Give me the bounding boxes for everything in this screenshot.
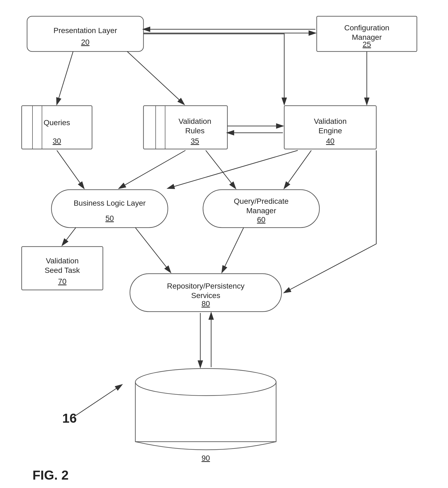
queries-node: Queries 30 — [22, 106, 92, 149]
arrow-queries-to-bll — [57, 150, 84, 188]
repo-services-label: Repository/Persistency — [167, 282, 244, 290]
arrow-bll-to-repos — [135, 228, 171, 272]
validation-rules-ref: 35 — [191, 137, 199, 145]
validation-rules-label2: Rules — [185, 127, 205, 135]
presentation-layer-ref: 20 — [81, 38, 89, 46]
repository-persistency-services-node: Repository/Persistency Services 80 — [130, 274, 282, 312]
configuration-manager-node: Configuration Manager 25 — [317, 16, 417, 51]
query-predicate-manager-node: Query/Predicate Manager 60 — [203, 190, 319, 228]
business-logic-layer-label: Business Logic Layer — [74, 199, 146, 207]
arrow-valengine-to-bll — [168, 150, 298, 188]
repo-services-label2: Services — [191, 291, 220, 300]
figure-number: 16 — [62, 411, 77, 425]
validation-rules-label: Validation — [179, 117, 211, 125]
presentation-layer-node: Presentation Layer 20 — [27, 16, 143, 51]
arrow-valengine-to-qpm — [284, 150, 311, 188]
repo-services-ref: 80 — [201, 299, 210, 308]
arrow-presentation-to-queries — [57, 51, 73, 104]
queries-label: Queries — [44, 118, 70, 127]
query-predicate-manager-ref: 60 — [257, 215, 265, 224]
validation-engine-ref: 40 — [326, 137, 334, 145]
queries-ref: 30 — [53, 137, 61, 145]
business-logic-layer-ref: 50 — [105, 214, 114, 222]
validation-seed-task-node: Validation Seed Task 70 — [22, 247, 103, 290]
arrow-valrules-to-bll — [119, 150, 185, 188]
arrow-qpm-to-repos — [222, 228, 244, 272]
business-logic-layer-node: Business Logic Layer 50 — [51, 190, 168, 228]
database-node: 90 — [135, 369, 276, 462]
arrow-valrules-to-qpm — [206, 150, 236, 188]
arrow-bll-to-seedtask — [62, 228, 76, 245]
validation-seed-task-ref: 70 — [58, 277, 66, 286]
figure-label: FIG. 2 — [32, 468, 68, 482]
validation-rules-node: Validation Rules 35 — [143, 106, 227, 149]
arrow-presentation-to-valengine — [143, 34, 284, 104]
configuration-manager-label: Configuration — [344, 24, 390, 32]
presentation-layer-label: Presentation Layer — [53, 26, 117, 35]
validation-engine-node: Validation Engine 40 — [284, 106, 376, 149]
query-predicate-manager-label: Query/Predicate — [234, 197, 289, 205]
validation-seed-task-label: Validation — [46, 257, 79, 265]
arrow-presentation-to-valrules — [127, 51, 184, 104]
database-ref: 90 — [201, 454, 210, 462]
diagram-container: Presentation Layer 20 Configuration Mana… — [0, 0, 448, 488]
validation-engine-label: Validation — [314, 117, 347, 125]
validation-engine-label2: Engine — [318, 127, 342, 135]
validation-seed-task-label2: Seed Task — [45, 266, 80, 274]
svg-point-17 — [135, 369, 276, 396]
configuration-manager-ref: 25 — [362, 40, 371, 49]
arrow-figure-number — [73, 385, 122, 417]
query-predicate-manager-label2: Manager — [246, 206, 276, 215]
